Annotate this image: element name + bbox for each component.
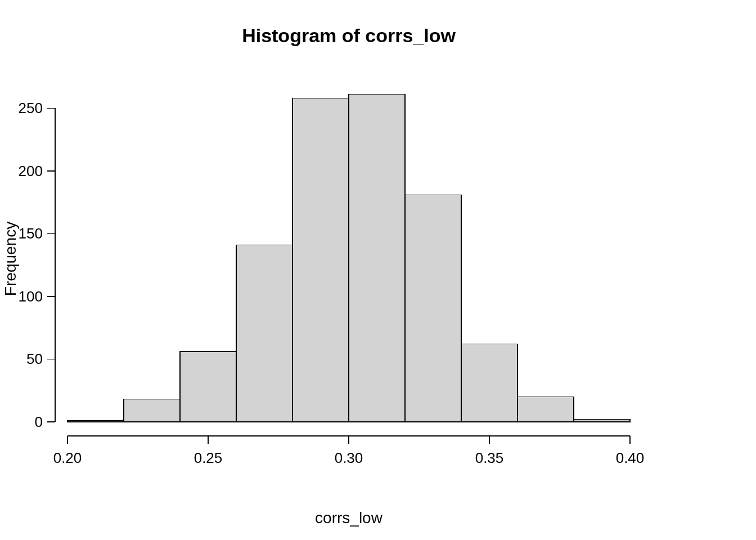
- y-tick-label: 150: [19, 225, 43, 242]
- histogram-bar: [124, 399, 180, 422]
- histogram-plot: Histogram of corrs_low Frequency corrs_l…: [0, 0, 756, 540]
- x-tick-label: 0.30: [335, 449, 363, 466]
- y-tick-label: 50: [26, 350, 43, 367]
- histogram-bar: [518, 397, 574, 422]
- histogram-bar: [349, 94, 405, 422]
- histogram-bar: [574, 420, 630, 422]
- y-axis-label: Frequency: [2, 222, 19, 296]
- histogram-bar: [180, 352, 236, 422]
- histogram-bar: [292, 98, 349, 422]
- y-tick-label: 250: [19, 100, 43, 116]
- y-tick-label: 200: [19, 163, 43, 179]
- x-tick-label: 0.25: [194, 449, 223, 466]
- x-tick-label: 0.35: [475, 449, 504, 466]
- y-tick-label: 100: [19, 288, 43, 305]
- chart-container: { "chart_data": { "type": "bar", "title"…: [0, 0, 756, 540]
- x-tick-label: 0.40: [616, 449, 645, 466]
- plot-area: [68, 94, 630, 422]
- histogram-bar: [461, 344, 518, 422]
- y-axis-ticks: [47, 108, 55, 422]
- y-tick-label: 0: [35, 413, 43, 430]
- x-tick-label: 0.20: [53, 449, 82, 466]
- x-axis-ticks: [68, 436, 630, 444]
- x-axis-label: corrs_low: [315, 509, 383, 526]
- histogram-bar: [405, 195, 461, 422]
- histogram-bar: [236, 245, 292, 422]
- histogram-bar: [68, 421, 124, 422]
- chart-title: Histogram of corrs_low: [242, 25, 456, 46]
